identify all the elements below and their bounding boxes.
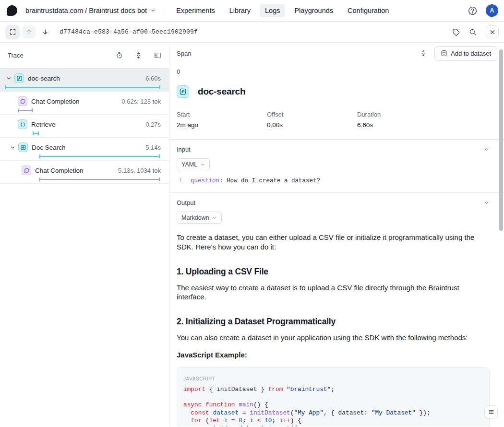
chevron-down-icon[interactable]	[10, 144, 16, 151]
search-icon[interactable]	[469, 28, 477, 36]
span-panel: Span Add to dataset 0	[169, 43, 504, 427]
help-icon[interactable]	[468, 6, 478, 16]
span-duration: 5.14s	[145, 144, 169, 151]
meta-duration-value: 6.60s	[357, 121, 447, 129]
input-format-value: YAML	[181, 161, 197, 168]
chevron-down-icon	[212, 215, 217, 220]
markdown-heading: 1. Uploading a CSV File	[177, 267, 490, 277]
function-icon	[177, 85, 189, 98]
meta-start-label: Start	[177, 111, 267, 118]
prev-row-button[interactable]	[23, 25, 36, 38]
span-name: doc-search	[28, 75, 60, 82]
code-line	[183, 393, 483, 401]
main-split: Trace doc-search6.60sChat Completion0.62…	[0, 43, 504, 427]
line-number: 1	[177, 178, 182, 184]
tag-icon[interactable]	[452, 28, 460, 36]
scrollbar-thumb[interactable]	[499, 49, 503, 231]
span-duration: 0.27s	[145, 121, 169, 128]
span-detail-body: 0 doc-search Start 2m ago Offset 0.00s	[169, 64, 504, 427]
javascript-code-block: JAVASCRIPT import { initDataset } from "…	[177, 367, 490, 427]
expand-trace-icon[interactable]	[5, 25, 20, 39]
input-code-line: 1 question: How do I create a dataset?	[177, 178, 490, 184]
span-title-row: doc-search	[177, 85, 490, 98]
span-panel-title: Span	[177, 50, 191, 57]
output-section-header[interactable]: Output	[177, 199, 490, 206]
trace-panel-title: Trace	[8, 52, 24, 59]
span-duration: 5.13s, 1034 tok	[118, 167, 169, 174]
section-divider	[169, 139, 504, 140]
span-index: 0	[177, 68, 490, 75]
chevron-down-icon[interactable]	[483, 146, 490, 153]
trace-panel-actions	[116, 52, 161, 59]
table-of-contents-button[interactable]	[484, 405, 498, 418]
nav-tabs: ExperimentsLibraryLogsPlaygroundsConfigu…	[171, 4, 394, 17]
chevron-down-icon[interactable]	[483, 200, 490, 206]
input-format-dropdown[interactable]: YAML	[177, 158, 210, 170]
nav-right: A	[468, 4, 498, 17]
chat-icon	[18, 96, 27, 106]
code-content: import { initDataset } from "braintrust"…	[183, 386, 483, 427]
parens-icon	[18, 119, 27, 129]
database-icon	[441, 50, 447, 57]
meta-start: Start 2m ago	[177, 111, 267, 129]
input-section-label: Input	[177, 146, 191, 153]
trace-panel-header: Trace	[0, 43, 169, 69]
output-format-dropdown[interactable]: Markdown	[177, 212, 222, 224]
meta-offset-label: Offset	[267, 111, 357, 118]
close-icon[interactable]	[486, 25, 499, 38]
markdown-output: To create a dataset, you can either uplo…	[177, 233, 490, 427]
expand-rows-icon[interactable]	[135, 52, 142, 59]
trace-toolbar: d77484ca-e583-4a56-af00-5eec1902909f	[0, 22, 504, 43]
next-row-button[interactable]	[39, 25, 52, 38]
code-line: for (let i = 0; i < 10; i++) {	[183, 417, 483, 425]
chevron-down-icon[interactable]	[6, 75, 12, 82]
nav-tab-playgrounds[interactable]: Playgrounds	[289, 4, 338, 17]
braintrust-logo[interactable]	[7, 5, 17, 16]
add-to-dataset-button[interactable]: Add to dataset	[434, 46, 497, 61]
meta-duration-label: Duration	[357, 111, 447, 118]
span-panel-header: Span Add to dataset	[169, 43, 504, 64]
chevron-down-icon	[150, 8, 156, 13]
nav-tab-experiments[interactable]: Experiments	[171, 4, 220, 17]
output-section-label: Output	[177, 199, 195, 206]
nav-tab-logs[interactable]: Logs	[260, 4, 285, 17]
square-plus-icon	[18, 142, 28, 152]
trace-span-row[interactable]: Doc Search5.14s	[0, 138, 169, 161]
meta-duration: Duration 6.60s	[357, 111, 447, 129]
nav-tab-configuration[interactable]: Configuration	[342, 4, 394, 17]
project-breadcrumb[interactable]: braintrustdata.com / Braintrust docs bot	[25, 7, 156, 14]
span-duration: 0.62s, 123 tok	[121, 98, 169, 105]
add-to-dataset-label: Add to dataset	[451, 50, 491, 57]
markdown-paragraph: You can also create a dataset in your ap…	[177, 333, 490, 343]
span-name: Chat Completion	[35, 167, 84, 174]
span-timeline-bar	[33, 131, 39, 135]
trace-span-row[interactable]: Chat Completion0.62s, 123 tok	[0, 92, 169, 115]
trace-span-row[interactable]: Retrieve0.27s	[0, 115, 169, 138]
avatar[interactable]: A	[486, 4, 498, 17]
span-title: doc-search	[198, 86, 245, 97]
nav-tab-library[interactable]: Library	[224, 4, 256, 17]
nav-divider	[163, 5, 163, 16]
trace-span-row[interactable]: Chat Completion5.13s, 1034 tok	[0, 161, 169, 184]
trace-span-row[interactable]: doc-search6.60s	[0, 69, 169, 92]
span-panel-actions: Add to dataset	[420, 46, 497, 61]
span-timeline-bar	[39, 178, 160, 181]
resize-vertical-icon[interactable]	[420, 50, 427, 57]
meta-offset-value: 0.00s	[267, 121, 357, 129]
span-meta: Start 2m ago Offset 0.00s Duration 6.60s	[177, 111, 490, 129]
markdown-heading: 2. Initializing a Dataset Programmatical…	[177, 317, 490, 327]
markdown-bold-label: JavaScript Example:	[177, 351, 490, 359]
section-divider	[169, 192, 504, 193]
input-code-text: question: How do I create a dataset?	[191, 178, 320, 184]
hamburger-icon	[488, 409, 494, 415]
input-section-header[interactable]: Input	[177, 146, 490, 153]
span-name: Retrieve	[31, 121, 55, 128]
span-name: Doc Search	[32, 144, 66, 151]
span-duration: 6.60s	[145, 75, 169, 82]
span-name: Chat Completion	[31, 98, 80, 105]
timer-icon[interactable]	[116, 52, 123, 59]
function-icon	[14, 73, 24, 83]
collapse-panel-icon[interactable]	[154, 52, 161, 59]
code-line: const dataset = initDataset("My App", { …	[183, 409, 483, 417]
code-language-label: JAVASCRIPT	[183, 376, 483, 381]
